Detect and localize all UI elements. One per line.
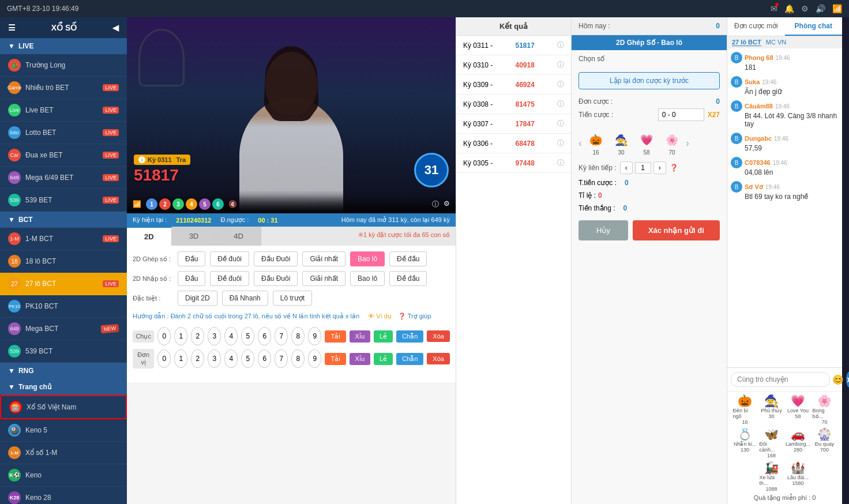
- btn-dau-nhap[interactable]: Đầu: [178, 271, 205, 286]
- btn-dau-duoi-nhap[interactable]: Đầu Đuôi: [254, 271, 298, 286]
- bell-icon[interactable]: 🔔: [784, 4, 794, 13]
- gift-item-bong-bo[interactable]: 🌸 70: [660, 131, 683, 156]
- tab-3d[interactable]: 3D: [172, 227, 217, 246]
- btn-lo-truot[interactable]: Lô trượt: [273, 291, 312, 306]
- gear-icon[interactable]: ⚙: [801, 4, 809, 13]
- btn-tai-chuc[interactable]: Tải: [325, 330, 345, 343]
- btn-dau-duoi-ghep[interactable]: Đầu Đuôi: [254, 251, 298, 266]
- btn-giai-nhat-ghep[interactable]: Giải nhất: [302, 251, 345, 266]
- gift-item-pumpkin[interactable]: 🎃 16: [584, 131, 607, 156]
- btn-le-chuc[interactable]: Lẻ: [374, 330, 393, 343]
- sidebar-item-xoso1m[interactable]: 1-M Xổ số 1-M: [0, 442, 127, 464]
- sidebar-section-trang-chu[interactable]: ▼ Trang chủ: [0, 379, 127, 395]
- gift-footer-pumpkin[interactable]: 🎃 Đèn bí ngô 16: [733, 394, 757, 425]
- num-chuc-1[interactable]: 1: [174, 327, 187, 345]
- num-dv-5[interactable]: 5: [241, 349, 254, 368]
- num-chuc-8[interactable]: 8: [291, 327, 305, 345]
- btn-chan-chuc[interactable]: Chẵn: [396, 330, 423, 343]
- btn-bao-lo-nhap[interactable]: Bao lô: [350, 271, 385, 286]
- gift-footer-xe-lua[interactable]: 🚂 Xe lửa th... 1088: [760, 461, 784, 492]
- chat-input[interactable]: [731, 372, 830, 387]
- collapse-icon[interactable]: ◀: [112, 23, 119, 32]
- btn-xoa-chuc[interactable]: Xóa: [427, 330, 450, 342]
- gift-footer-witch[interactable]: 🧙 Phù thủy 30: [760, 394, 784, 425]
- num-chuc-5[interactable]: 5: [241, 327, 254, 345]
- info-icon[interactable]: ⓘ: [432, 200, 439, 209]
- num-dv-3[interactable]: 3: [208, 349, 221, 368]
- lien-tiep-input[interactable]: [635, 162, 651, 174]
- slider-left-arrow[interactable]: ‹: [578, 137, 582, 149]
- huy-button[interactable]: Hủy: [578, 220, 628, 240]
- gift-footer-nhan[interactable]: 💍 Nhẫn ki... 130: [733, 427, 757, 458]
- sidebar-item-27lo-bct[interactable]: 27 27 lô BCT LIVE: [0, 273, 127, 295]
- result-info-0305[interactable]: ⓘ: [557, 158, 564, 168]
- emoji-icon[interactable]: 😊: [832, 374, 844, 385]
- sidebar-item-539-bct[interactable]: 539 539 BCT: [0, 340, 127, 363]
- vi-du-link[interactable]: 👁 Ví dụ: [368, 313, 392, 319]
- subtab-mc-vn[interactable]: MC VN: [766, 39, 786, 46]
- gift-footer-lambo[interactable]: 🚗 Lamborg... 280: [786, 427, 810, 458]
- gift-footer-love-you[interactable]: 💗 Love You 58: [786, 394, 810, 425]
- num-chuc-4[interactable]: 4: [224, 327, 238, 345]
- num-dv-1[interactable]: 1: [174, 349, 187, 368]
- result-info-0308[interactable]: ⓘ: [557, 99, 564, 109]
- btn-de-dau-nhap[interactable]: Đề đầu: [389, 271, 427, 286]
- gift-footer-du-quay[interactable]: 🎡 Đu quay 700: [813, 427, 837, 458]
- btn-tai-dv[interactable]: Tải: [325, 353, 345, 365]
- tab-4d[interactable]: 4D: [216, 227, 261, 246]
- btn-xiu-dv[interactable]: Xỉu: [350, 353, 370, 365]
- btn-giai-nhat-nhap[interactable]: Giải nhất: [302, 271, 345, 286]
- result-info-0306[interactable]: ⓘ: [557, 138, 564, 148]
- chat-send-button[interactable]: ➤: [846, 371, 849, 388]
- sidebar-item-mega-bct[interactable]: 649 Mega BCT NEW: [0, 318, 127, 340]
- sidebar-item-lotto-bet[interactable]: loto Lotto BET LIVE: [0, 122, 127, 144]
- sidebar-item-nhieu-tro-bet[interactable]: Game Nhiều trò BET LIVE: [0, 77, 127, 99]
- num-dv-8[interactable]: 8: [291, 349, 305, 368]
- tien-cuoc-input[interactable]: [658, 108, 704, 121]
- result-info-0310[interactable]: ⓘ: [557, 60, 564, 70]
- mail-icon[interactable]: ✉: [771, 4, 777, 13]
- sidebar-item-keno[interactable]: K⚽ Keno: [0, 464, 127, 487]
- volume-video-icon[interactable]: 🔇: [228, 200, 237, 208]
- gift-footer-doi-canh[interactable]: 🦋 Đôi cánh... 168: [760, 427, 784, 458]
- sidebar-item-539-bet[interactable]: 539 539 BET LIVE: [0, 189, 127, 212]
- help-icon[interactable]: ❓: [670, 164, 678, 172]
- btn-xiu-chuc[interactable]: Xỉu: [350, 330, 370, 343]
- lap-lai-btn[interactable]: Lặp lại đơn cược kỳ trước: [578, 72, 720, 89]
- result-info-0311[interactable]: ⓘ: [557, 40, 564, 50]
- sidebar-item-xo-so-vn[interactable]: 🎰 Xổ Số Việt Nam: [0, 395, 127, 419]
- num-chuc-6[interactable]: 6: [258, 327, 271, 345]
- sidebar-item-live-bet[interactable]: Live Live BET LIVE: [0, 99, 127, 122]
- sidebar-section-live[interactable]: ▼ LIVE: [0, 38, 127, 54]
- gift-item-love-you[interactable]: 💗 58: [635, 131, 658, 156]
- num-dv-6[interactable]: 6: [258, 349, 271, 368]
- btn-xoa-dv[interactable]: Xóa: [427, 353, 450, 364]
- btn-de-dau-ghep[interactable]: Đề đầu: [389, 251, 427, 266]
- num-chuc-2[interactable]: 2: [191, 327, 204, 345]
- sidebar-item-truong-long[interactable]: 🐉 Trường Long: [0, 54, 127, 77]
- confirm-button[interactable]: Xác nhận gửi đi: [633, 220, 720, 240]
- sidebar-item-keno5[interactable]: 🎱 Keno 5: [0, 419, 127, 442]
- result-info-0309[interactable]: ⓘ: [557, 80, 564, 89]
- lien-tiep-next[interactable]: ›: [653, 161, 666, 174]
- btn-da-nhanh[interactable]: Đã Nhanh: [222, 291, 268, 306]
- gift-footer-lau-dai[interactable]: 🏰 Lâu đài... 1580: [786, 461, 810, 492]
- btn-chan-dv[interactable]: Chẵn: [396, 353, 423, 365]
- settings-icon[interactable]: ⚙: [444, 200, 450, 209]
- num-chuc-3[interactable]: 3: [208, 327, 221, 345]
- volume-icon[interactable]: 🔊: [816, 4, 825, 13]
- gift-footer-bong-bo[interactable]: 🌸 Bong bố... 70: [813, 394, 837, 425]
- num-dv-9[interactable]: 9: [308, 349, 321, 368]
- sidebar-item-keno28[interactable]: K28 Keno 28: [0, 487, 127, 504]
- sidebar-item-mega649[interactable]: 649 Mega 6/49 BET LIVE: [0, 167, 127, 189]
- btn-digit-2d[interactable]: Digit 2D: [178, 291, 217, 306]
- num-dv-4[interactable]: 4: [224, 349, 238, 368]
- subtab-27lo[interactable]: 27 lô BCT: [732, 39, 761, 46]
- slider-right-arrow[interactable]: ›: [686, 137, 689, 149]
- btn-de-duoi-ghep[interactable]: Đề đuôi: [210, 251, 249, 266]
- sidebar-item-1m-bct[interactable]: 1-M 1-M BCT LIVE: [0, 228, 127, 250]
- num-dv-2[interactable]: 2: [191, 349, 204, 368]
- sidebar-item-18lo-bct[interactable]: 18 18 lô BCT: [0, 250, 127, 273]
- num-dv-7[interactable]: 7: [275, 349, 288, 368]
- tab-2d[interactable]: 2D: [127, 227, 172, 246]
